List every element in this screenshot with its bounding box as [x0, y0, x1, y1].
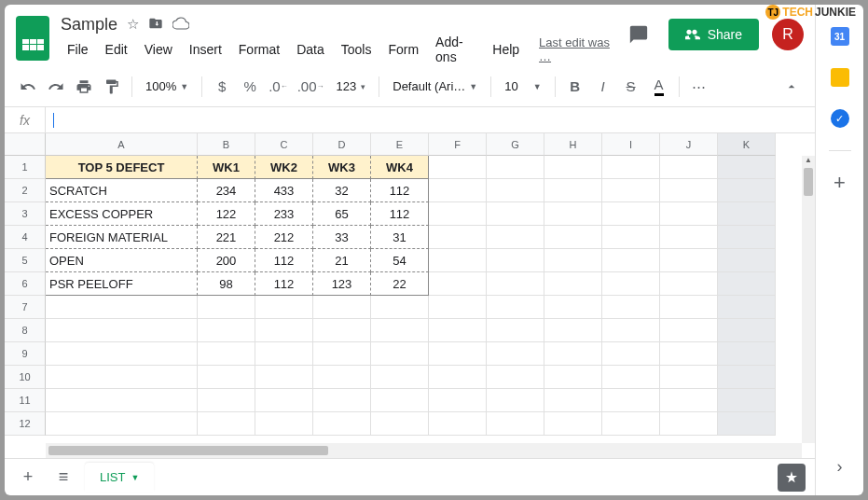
cell-B11[interactable] [198, 389, 255, 412]
cell-D5[interactable]: 21 [313, 249, 371, 272]
cell-D8[interactable] [313, 319, 371, 342]
row-header-10[interactable]: 10 [5, 366, 46, 389]
cell-D3[interactable]: 65 [313, 202, 371, 226]
cell-A5[interactable]: OPEN [46, 249, 198, 272]
cell-H11[interactable] [544, 389, 602, 412]
column-header-I[interactable]: I [602, 133, 660, 156]
cell-D2[interactable]: 32 [313, 179, 371, 202]
font-size-select[interactable]: 10▼ [499, 79, 546, 93]
row-header-2[interactable]: 2 [5, 179, 46, 202]
cell-A11[interactable] [46, 389, 198, 412]
star-icon[interactable]: ☆ [127, 16, 139, 33]
cell-A8[interactable] [46, 319, 198, 342]
cell-A4[interactable]: FOREIGN MATERIAL [46, 226, 198, 249]
column-header-E[interactable]: E [371, 133, 429, 156]
zoom-select[interactable]: 100%▼ [140, 79, 194, 93]
cell-E9[interactable] [371, 342, 429, 366]
cell-C3[interactable]: 233 [255, 202, 313, 226]
cell-G6[interactable] [487, 272, 544, 296]
cell-G10[interactable] [487, 366, 544, 389]
scroll-up-icon[interactable]: ▲ [802, 156, 815, 164]
cell-I4[interactable] [602, 226, 660, 249]
cell-C5[interactable]: 112 [255, 249, 313, 272]
cell-C10[interactable] [255, 366, 313, 389]
cell-K6[interactable] [718, 272, 776, 296]
cell-G2[interactable] [487, 179, 544, 202]
redo-button[interactable] [44, 74, 68, 100]
cell-I2[interactable] [602, 179, 660, 202]
cell-G12[interactable] [487, 412, 544, 436]
spreadsheet-grid[interactable]: ABCDEFGHIJK1TOP 5 DEFECTWK1WK2WK3WK42SCR… [5, 133, 815, 458]
cell-E1[interactable]: WK4 [371, 156, 429, 179]
row-header-9[interactable]: 9 [5, 342, 46, 366]
percent-button[interactable]: % [238, 74, 262, 100]
cell-K5[interactable] [718, 249, 776, 272]
select-all-corner[interactable] [5, 133, 46, 156]
cell-B10[interactable] [198, 366, 255, 389]
cell-E7[interactable] [371, 296, 429, 319]
cell-J12[interactable] [660, 412, 718, 436]
cell-A2[interactable]: SCRATCH [46, 179, 198, 202]
cell-A12[interactable] [46, 412, 198, 436]
sheets-logo-icon[interactable] [16, 16, 49, 61]
last-edit-link[interactable]: Last edit was … [539, 35, 611, 63]
menu-addons[interactable]: Add-ons [429, 31, 482, 68]
cell-J5[interactable] [660, 249, 718, 272]
cell-C9[interactable] [255, 342, 313, 366]
menu-data[interactable]: Data [290, 38, 331, 61]
row-header-3[interactable]: 3 [5, 202, 46, 226]
text-color-button[interactable]: A [647, 74, 671, 100]
scrollbar-thumb[interactable] [48, 446, 328, 455]
cell-F1[interactable] [429, 156, 487, 179]
cell-A3[interactable]: EXCESS COPPER [46, 202, 198, 226]
cell-H12[interactable] [544, 412, 602, 436]
cell-J3[interactable] [660, 202, 718, 226]
cell-B1[interactable]: WK1 [198, 156, 255, 179]
row-header-5[interactable]: 5 [5, 249, 46, 272]
column-header-G[interactable]: G [487, 133, 544, 156]
cell-B5[interactable]: 200 [198, 249, 255, 272]
cell-K3[interactable] [718, 202, 776, 226]
increase-decimal-button[interactable]: .00→ [295, 74, 327, 100]
cell-J9[interactable] [660, 342, 718, 366]
cell-J1[interactable] [660, 156, 718, 179]
decrease-decimal-button[interactable]: .0← [266, 74, 291, 100]
cell-D4[interactable]: 33 [313, 226, 371, 249]
cell-A1[interactable]: TOP 5 DEFECT [46, 156, 198, 179]
cell-G9[interactable] [487, 342, 544, 366]
column-header-J[interactable]: J [660, 133, 718, 156]
cell-K12[interactable] [718, 412, 776, 436]
cell-D6[interactable]: 123 [313, 272, 371, 296]
formula-input[interactable] [46, 112, 815, 128]
cell-G8[interactable] [487, 319, 544, 342]
cell-I1[interactable] [602, 156, 660, 179]
cell-I8[interactable] [602, 319, 660, 342]
cell-H5[interactable] [544, 249, 602, 272]
cell-G5[interactable] [487, 249, 544, 272]
cell-D9[interactable] [313, 342, 371, 366]
keep-icon[interactable] [831, 68, 849, 87]
cell-E10[interactable] [371, 366, 429, 389]
cell-E4[interactable]: 31 [371, 226, 429, 249]
number-format-select[interactable]: 123▾ [331, 79, 372, 93]
menu-help[interactable]: Help [486, 38, 526, 61]
cell-C6[interactable]: 112 [255, 272, 313, 296]
cell-H10[interactable] [544, 366, 602, 389]
explore-button[interactable] [778, 464, 806, 492]
cell-C1[interactable]: WK2 [255, 156, 313, 179]
cell-H1[interactable] [544, 156, 602, 179]
column-header-B[interactable]: B [198, 133, 255, 156]
cell-K1[interactable] [718, 156, 776, 179]
menu-file[interactable]: File [61, 38, 95, 61]
vertical-scrollbar[interactable]: ▲ [802, 156, 815, 443]
cell-E8[interactable] [371, 319, 429, 342]
menu-tools[interactable]: Tools [335, 38, 379, 61]
cell-H3[interactable] [544, 202, 602, 226]
cell-B12[interactable] [198, 412, 255, 436]
cell-F5[interactable] [429, 249, 487, 272]
cell-J11[interactable] [660, 389, 718, 412]
cell-J8[interactable] [660, 319, 718, 342]
column-header-C[interactable]: C [255, 133, 313, 156]
cell-C4[interactable]: 212 [255, 226, 313, 249]
row-header-6[interactable]: 6 [5, 272, 46, 296]
